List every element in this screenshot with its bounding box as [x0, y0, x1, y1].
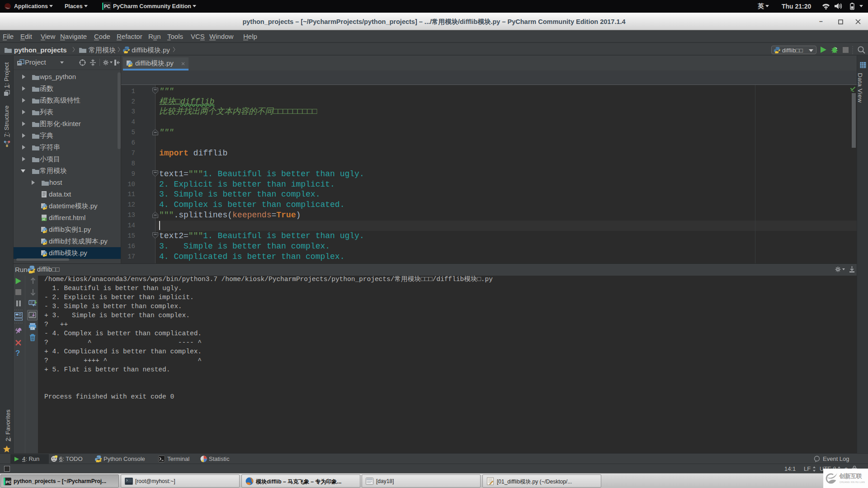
svg-text:H: H	[42, 218, 45, 221]
svg-text:PC: PC	[6, 479, 12, 484]
svg-text:PC: PC	[104, 4, 110, 9]
